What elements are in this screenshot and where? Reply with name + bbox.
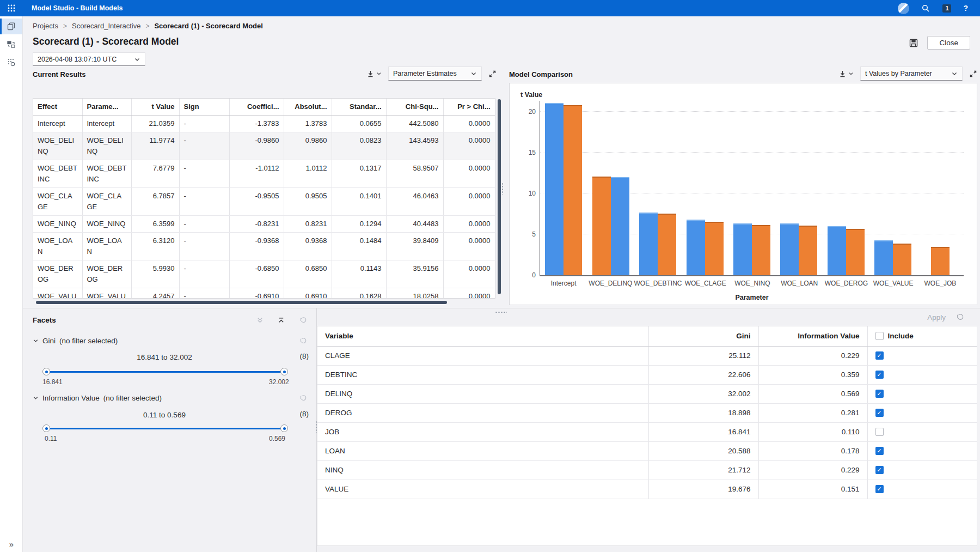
rail-item-data-properties[interactable]	[0, 54, 22, 70]
slider-min-handle[interactable]	[42, 368, 50, 375]
notifications-badge[interactable]: 1	[942, 4, 951, 13]
help-icon[interactable]: ?	[963, 4, 968, 13]
facet-information-value-header[interactable]: Information Value (no filter selected)	[33, 394, 307, 402]
gini-range-slider[interactable]	[46, 368, 284, 375]
slider-min-handle[interactable]	[42, 424, 50, 432]
collapse-all-facets-icon[interactable]	[278, 317, 285, 324]
bar-WOE_DELINQ-orange-series[interactable]	[592, 177, 611, 276]
variable-row-DELINQ[interactable]: DELINQ32.0020.569✓	[317, 384, 977, 403]
include-checkbox[interactable]: ✓	[875, 390, 884, 398]
search-icon[interactable]	[921, 4, 930, 13]
facet-gini-header[interactable]: Gini (no filter selected)	[33, 337, 307, 345]
table-row[interactable]: WOE_LOANWOE_LOAN6.3120--0.93680.93680.14…	[33, 233, 495, 260]
bar-WOE_DEROG-blue-series[interactable]	[828, 226, 846, 275]
variable-row-DEBTINC[interactable]: DEBTINC22.6060.359✓	[317, 365, 977, 384]
include-checkbox[interactable]: ✓	[875, 485, 884, 493]
bar-WOE_LOAN-orange-series[interactable]	[799, 226, 817, 275]
table-row[interactable]: WOE_VALUEWOE_VALUE4.2457--0.69100.69100.…	[33, 288, 495, 299]
table-row[interactable]: WOE_DEROGWOE_DEROG5.9930--0.68500.68500.…	[33, 260, 495, 288]
download-menu[interactable]	[366, 70, 382, 78]
apply-button[interactable]: Apply	[927, 313, 946, 322]
table-row[interactable]: WOE_DEBTINCWOE_DEBTINC7.6779--1.01121.01…	[33, 160, 495, 188]
breadcrumb-project-name[interactable]: Scorecard_Interactive	[72, 22, 140, 30]
expand-panel-chevrons-icon[interactable]: »	[0, 539, 23, 549]
reset-facets-icon[interactable]	[299, 317, 307, 324]
bar-WOE_CLAGE-orange-series[interactable]	[705, 222, 724, 275]
horizontal-scrollbar[interactable]	[36, 301, 447, 304]
slider-track[interactable]	[46, 428, 284, 429]
comparison-view-select[interactable]: t Values by Parameter	[860, 66, 963, 81]
column-header-information-value[interactable]: Information Value	[758, 326, 867, 346]
breadcrumb-projects[interactable]: Projects	[33, 22, 58, 30]
column-header[interactable]: Effect	[33, 99, 82, 116]
column-header[interactable]: Chi-Squ...	[386, 99, 443, 116]
column-header[interactable]: Absolut...	[284, 99, 332, 116]
expand-all-facets-icon[interactable]	[256, 317, 264, 324]
variable-row-LOAN[interactable]: LOAN20.5880.178✓	[317, 441, 977, 460]
save-icon[interactable]	[909, 38, 918, 48]
vertical-scrollbar[interactable]	[498, 99, 501, 294]
include-checkbox[interactable]: ✓	[875, 409, 884, 417]
panel-splitter-vertical-handle[interactable]	[501, 183, 504, 195]
table-cell: -	[179, 188, 229, 216]
table-row[interactable]: WOE_DELINQWOE_DELINQ11.9774--0.98600.986…	[33, 132, 495, 160]
variable-row-VALUE[interactable]: VALUE19.6760.151✓	[317, 480, 977, 499]
download-icon[interactable]	[838, 70, 847, 78]
column-header[interactable]: t Value	[131, 99, 179, 116]
rail-item-pipeline[interactable]	[0, 37, 22, 52]
maximize-icon[interactable]	[488, 70, 497, 78]
close-button[interactable]: Close	[927, 36, 970, 50]
include-checkbox[interactable]: ✓	[875, 447, 884, 455]
bar-WOE_LOAN-blue-series[interactable]	[780, 223, 799, 275]
variable-row-DEROG[interactable]: DEROG18.8980.281✓	[317, 403, 977, 422]
bar-Intercept-blue-series[interactable]	[545, 103, 564, 275]
bar-WOE_NINQ-orange-series[interactable]	[752, 225, 770, 275]
maximize-icon[interactable]	[969, 70, 977, 78]
include-checkbox[interactable]	[875, 428, 884, 436]
rail-item-results[interactable]	[0, 19, 22, 34]
bar-WOE_VALUE-blue-series[interactable]	[874, 240, 893, 275]
include-checkbox[interactable]: ✓	[875, 351, 884, 360]
column-header[interactable]: Parame...	[82, 99, 131, 116]
reset-facet-icon[interactable]	[299, 337, 307, 345]
column-header-gini[interactable]: Gini	[648, 326, 758, 346]
select-all-checkbox[interactable]	[875, 332, 884, 340]
variable-row-NINQ[interactable]: NINQ21.7120.229✓	[317, 460, 977, 480]
table-row[interactable]: WOE_NINQWOE_NINQ6.3599--0.82310.82310.12…	[33, 216, 495, 233]
column-header-variable[interactable]: Variable	[317, 326, 648, 346]
bar-WOE_DEROG-orange-series[interactable]	[846, 229, 865, 275]
reset-facet-icon[interactable]	[299, 395, 307, 402]
slider-max-handle[interactable]	[280, 368, 288, 375]
bar-WOE_VALUE-orange-series[interactable]	[893, 244, 911, 276]
bar-WOE_DELINQ-blue-series[interactable]	[611, 177, 629, 275]
results-view-select[interactable]: Parameter Estimates	[388, 66, 482, 81]
chevron-down-icon[interactable]	[376, 71, 382, 76]
slider-track[interactable]	[46, 371, 284, 373]
timestamp-select[interactable]: 2026-04-08 13:07:10 UTC	[33, 52, 145, 66]
column-header[interactable]: Sign	[179, 99, 229, 116]
variable-row-CLAGE[interactable]: CLAGE25.1120.229✓	[317, 346, 977, 365]
column-header[interactable]: Pr > Chi...	[443, 99, 495, 116]
table-row[interactable]: InterceptIntercept21.0359--1.37831.37830…	[33, 116, 495, 132]
bar-WOE_JOB-orange-series[interactable]	[931, 247, 950, 275]
table-row[interactable]: WOE_CLAGEWOE_CLAGE6.7857--0.95050.95050.…	[33, 188, 495, 216]
chevron-down-icon[interactable]	[848, 71, 854, 76]
include-checkbox[interactable]: ✓	[875, 466, 884, 474]
column-header[interactable]: Coeffici...	[229, 99, 284, 116]
column-header[interactable]: Standar...	[332, 99, 386, 116]
panel-splitter-horizontal-handle[interactable]	[495, 311, 507, 314]
bar-WOE_DEBTINC-blue-series[interactable]	[639, 213, 658, 275]
bar-Intercept-orange-series[interactable]	[564, 105, 582, 275]
include-checkbox[interactable]: ✓	[875, 371, 884, 379]
bar-WOE_DEBTINC-orange-series[interactable]	[658, 214, 676, 275]
information-value-range-slider[interactable]	[46, 424, 284, 432]
download-icon[interactable]	[366, 70, 375, 78]
variable-row-JOB[interactable]: JOB16.8410.110	[317, 422, 977, 441]
reset-variables-icon[interactable]	[955, 313, 964, 322]
user-avatar-globe-icon[interactable]	[898, 3, 909, 14]
slider-max-handle[interactable]	[280, 424, 288, 432]
app-launcher-grid-icon[interactable]	[0, 4, 23, 13]
bar-WOE_NINQ-blue-series[interactable]	[733, 223, 752, 275]
download-menu[interactable]	[838, 70, 854, 78]
bar-WOE_CLAGE-blue-series[interactable]	[687, 220, 705, 275]
